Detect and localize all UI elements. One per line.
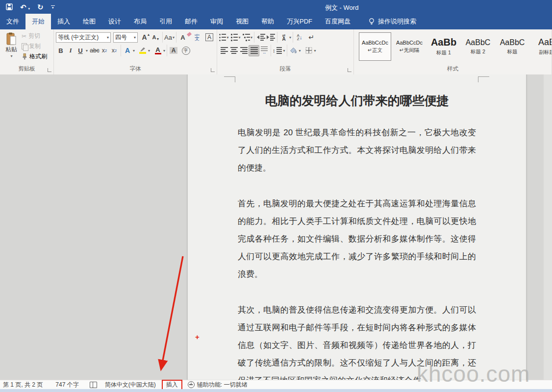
- numbering-button[interactable]: ▾: [231, 32, 241, 43]
- font-size-select[interactable]: 四号▾: [113, 32, 138, 43]
- text-effects-dropdown-icon[interactable]: ▾: [133, 49, 135, 53]
- strikethrough-button[interactable]: abc: [90, 46, 100, 56]
- bold-button[interactable]: B: [56, 46, 66, 56]
- asian-layout-button[interactable]: ⇄A: [279, 32, 289, 43]
- justify-button[interactable]: [249, 45, 259, 56]
- document-paragraph: 电脑发明是 20 世纪最具革命性的科技创新之一，它极大地改变了人们的生活方式和工…: [238, 124, 476, 177]
- save-icon[interactable]: [6, 3, 13, 10]
- highlight-color-button[interactable]: [138, 46, 148, 56]
- line-spacing-button[interactable]: ↕▾: [273, 46, 285, 56]
- insert-mode-status[interactable]: 插入: [162, 380, 182, 390]
- document-paragraph: 首先，电脑发明的最大便捷之处在于其高速运算和处理海量信息的能力。相比于人类手工计…: [238, 195, 476, 283]
- shrink-font-button[interactable]: A▼: [151, 32, 161, 43]
- align-left-button[interactable]: [219, 46, 229, 56]
- title-bar: ↶ ▾ ↻ ▾ 例文 - Word: [0, 0, 552, 14]
- document-canvas[interactable]: 电脑的发明给人们带来的哪些便捷 电脑发明是 20 世纪最具革命性的科技创新之一，…: [0, 74, 552, 380]
- paragraph-dialog-launcher-icon[interactable]: [348, 68, 351, 72]
- vertical-scrollbar[interactable]: [544, 74, 552, 380]
- tab-draw[interactable]: 绘图: [76, 14, 102, 29]
- underline-dropdown-icon[interactable]: ▾: [86, 49, 88, 53]
- enclose-characters-button[interactable]: 字: [181, 46, 191, 56]
- font-color-button[interactable]: A: [153, 46, 163, 56]
- copy-button[interactable]: 复制: [22, 41, 47, 51]
- tab-insert[interactable]: 插入: [51, 14, 76, 29]
- page-number-status[interactable]: 第 1 页, 共 2 页: [3, 381, 43, 389]
- style-subtitle[interactable]: AaB 副标题: [530, 32, 552, 61]
- tab-wondershare-pdf[interactable]: 万兴PDF: [280, 14, 319, 29]
- sort-button[interactable]: AZ ↓: [295, 32, 304, 43]
- paint-bucket-icon: [289, 47, 298, 54]
- character-border-button[interactable]: A: [204, 32, 214, 43]
- ribbon: 粘贴 ▾ ✂ 剪切 复制 格式刷: [0, 29, 552, 75]
- proofing-status-icon[interactable]: [90, 382, 97, 388]
- tab-design[interactable]: 设计: [102, 14, 127, 29]
- bullets-button[interactable]: ▾: [219, 32, 229, 43]
- phonetic-guide-button[interactable]: uěn 文: [192, 32, 202, 43]
- undo-dropdown-icon[interactable]: ▾: [28, 7, 30, 11]
- eraser-icon: [187, 32, 192, 37]
- shading-dropdown-icon[interactable]: ▾: [299, 49, 301, 53]
- font-dialog-launcher-icon[interactable]: [211, 68, 215, 72]
- grow-font-button[interactable]: A▲: [141, 32, 151, 43]
- format-painter-button[interactable]: 格式刷: [22, 51, 47, 62]
- shading-button[interactable]: [289, 46, 299, 56]
- word-count-status[interactable]: 747 个字: [55, 381, 78, 389]
- tell-me-search[interactable]: 操作说明搜索: [364, 14, 421, 29]
- decrease-indent-button[interactable]: [256, 32, 266, 43]
- italic-button[interactable]: I: [66, 46, 75, 56]
- change-case-button[interactable]: Aa▾: [164, 32, 175, 43]
- align-center-button[interactable]: [229, 46, 239, 56]
- show-formatting-marks-button[interactable]: ↵: [306, 32, 316, 43]
- redo-icon[interactable]: ↻: [37, 3, 44, 11]
- asian-layout-dropdown-icon[interactable]: ▾: [289, 35, 291, 40]
- quick-access-toolbar: ↶ ▾ ↻ ▾: [6, 0, 55, 14]
- paste-button[interactable]: 粘贴 ▾: [2, 31, 21, 65]
- paste-dropdown-icon[interactable]: ▾: [10, 54, 12, 58]
- subscript-button[interactable]: x2: [100, 46, 109, 56]
- style-normal[interactable]: AaBbCcDc ↵正文: [359, 32, 391, 61]
- style-heading-2[interactable]: AaBbC 标题 2: [462, 32, 494, 61]
- accessibility-icon: [188, 381, 195, 388]
- copy-icon: [22, 43, 27, 49]
- accessibility-status[interactable]: 辅助功能: 一切就绪: [197, 381, 248, 389]
- ribbon-tab-bar: 文件 开始 插入 绘图 设计 布局 引用 邮件 审阅 视图 帮助 万兴PDF 百…: [0, 14, 552, 29]
- undo-icon[interactable]: ↶: [20, 3, 26, 11]
- tab-view[interactable]: 视图: [229, 14, 255, 29]
- style-heading-1[interactable]: AaBb 标题 1: [427, 32, 460, 61]
- cut-button[interactable]: ✂ 剪切: [22, 31, 47, 41]
- document-page[interactable]: 电脑的发明给人们带来的哪些便捷 电脑发明是 20 世纪最具革命性的科技创新之一，…: [188, 74, 526, 380]
- distributed-button[interactable]: ↔: [259, 46, 269, 56]
- language-status[interactable]: 简体中文(中国大陆): [105, 381, 156, 389]
- tab-file[interactable]: 文件: [0, 14, 25, 29]
- customize-qat-icon[interactable]: ▾: [51, 5, 55, 9]
- align-right-button[interactable]: [239, 46, 249, 56]
- borders-button[interactable]: [304, 46, 314, 56]
- tab-home[interactable]: 开始: [25, 14, 51, 29]
- text-effects-button[interactable]: A: [123, 46, 132, 56]
- style-no-spacing[interactable]: AaBbCcDc ↵无间隔: [393, 32, 426, 61]
- highlighter-pen-icon: [140, 48, 145, 51]
- scissors-icon: ✂: [22, 33, 26, 40]
- font-name-select[interactable]: 等线 (中文正文)▾: [56, 32, 111, 43]
- character-shading-button[interactable]: A: [169, 46, 178, 56]
- clipboard-icon: [6, 32, 17, 46]
- styles-group-label: 样式: [354, 65, 552, 74]
- multilevel-list-button[interactable]: ▾: [243, 32, 252, 43]
- clipboard-dialog-launcher-icon[interactable]: [48, 68, 51, 72]
- tab-help[interactable]: 帮助: [255, 14, 280, 29]
- tab-baidu-netdisk[interactable]: 百度网盘: [319, 14, 357, 29]
- font-color-dropdown-icon[interactable]: ▾: [163, 49, 165, 53]
- tab-mailings[interactable]: 邮件: [178, 14, 204, 29]
- clear-formatting-button[interactable]: A: [178, 32, 188, 43]
- increase-indent-button[interactable]: [266, 32, 276, 43]
- style-title[interactable]: AaBbC 标题: [496, 32, 528, 61]
- highlight-dropdown-icon[interactable]: ▾: [148, 49, 150, 53]
- tab-review[interactable]: 审阅: [204, 14, 229, 29]
- tab-references[interactable]: 引用: [153, 14, 178, 29]
- superscript-button[interactable]: x2: [109, 46, 119, 56]
- tab-layout[interactable]: 布局: [127, 14, 153, 29]
- watermark: khcoo.com: [417, 361, 530, 387]
- underline-button[interactable]: U: [75, 46, 85, 56]
- borders-dropdown-icon[interactable]: ▾: [314, 49, 316, 53]
- paragraph-group-label: 段落: [217, 65, 353, 74]
